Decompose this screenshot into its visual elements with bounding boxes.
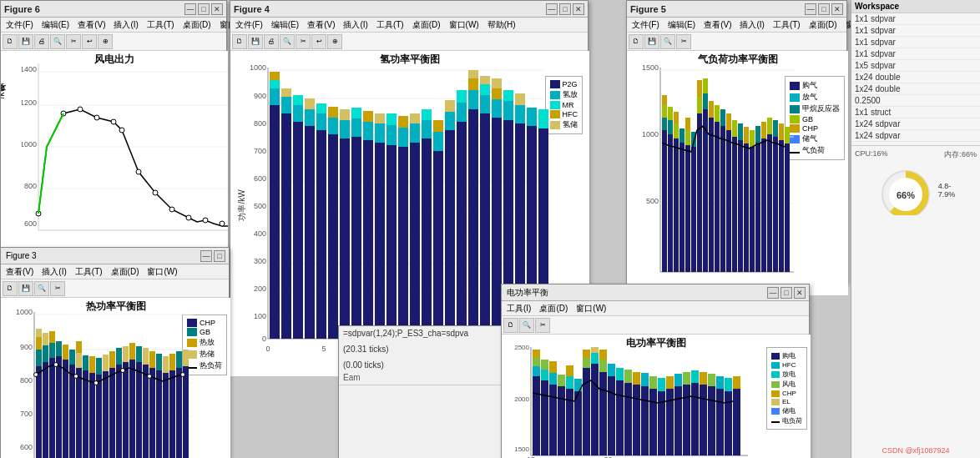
f4-tb6[interactable]: ↩ [311, 34, 326, 49]
f4-menu-tools[interactable]: 工具(T) [373, 18, 407, 32]
menu-view[interactable]: 查看(V) [74, 18, 109, 32]
elec-window[interactable]: 窗口(W) [573, 302, 609, 315]
figure4-controls[interactable]: — □ ✕ [546, 3, 584, 15]
f5-menu-insert[interactable]: 插入(I) [736, 18, 767, 32]
svg-rect-214 [69, 350, 75, 365]
elec-tb3[interactable]: ✂ [535, 318, 550, 333]
elec-close[interactable]: ✕ [794, 287, 806, 299]
f4-tb2[interactable]: 💾 [248, 34, 263, 49]
f5-minimize[interactable]: — [805, 3, 816, 15]
svg-rect-275 [566, 376, 573, 389]
f4-menu-file[interactable]: 文件(F) [232, 18, 266, 32]
f3-maximize[interactable]: □ [214, 250, 225, 262]
svg-point-254 [121, 369, 125, 373]
f4-tb3[interactable]: 🖨 [264, 34, 279, 49]
svg-rect-82 [375, 143, 385, 339]
f3-tb3[interactable]: 🔍 [34, 281, 49, 296]
figure3-titlebar[interactable]: Figure 3 — □ [1, 248, 229, 264]
f4-menu-help[interactable]: 帮助(H) [484, 18, 519, 32]
f4-tb5[interactable]: ✂ [296, 34, 311, 49]
electric-titlebar[interactable]: 电功率平衡 — □ ✕ [502, 284, 809, 301]
figure5-controls[interactable]: — □ ✕ [805, 3, 843, 15]
svg-rect-145 [674, 112, 679, 123]
f3-window[interactable]: 窗口(W) [144, 265, 180, 279]
figure5-titlebar[interactable]: Figure 5 — □ ✕ [627, 1, 846, 18]
f4-menu-view[interactable]: 查看(V) [304, 18, 338, 32]
svg-rect-271 [549, 361, 557, 373]
f4-close[interactable]: ✕ [573, 3, 584, 15]
f4-menu-edit[interactable]: 编辑(E) [268, 18, 302, 32]
figure6-titlebar[interactable]: Figure 6 — □ ✕ [1, 1, 226, 18]
f3-controls[interactable]: — □ [200, 250, 225, 262]
f5-menu-view[interactable]: 查看(V) [700, 18, 735, 32]
f5-maximize[interactable]: □ [818, 3, 830, 15]
f4-tb4[interactable]: 🔍 [280, 34, 295, 49]
menu-desktop[interactable]: 桌面(D) [179, 18, 215, 32]
minimize-btn[interactable]: — [184, 3, 196, 15]
electric-controls[interactable]: — □ ✕ [767, 287, 806, 299]
menu-edit[interactable]: 编辑(E) [38, 18, 73, 32]
f5-tb1[interactable]: 🗋 [629, 34, 644, 49]
svg-point-253 [94, 381, 99, 385]
elec-desktop[interactable]: 桌面(D) [536, 302, 571, 315]
f3-tb2[interactable]: 💾 [18, 281, 33, 296]
menu-insert[interactable]: 插入(I) [110, 18, 141, 32]
toolbar-icon4[interactable]: 🔍 [50, 34, 65, 49]
svg-rect-176 [755, 126, 760, 143]
f5-tb4[interactable]: ✂ [676, 34, 691, 49]
toolbar-icon6[interactable]: ↩ [82, 34, 97, 49]
close-btn[interactable]: ✕ [211, 3, 223, 15]
svg-rect-88 [398, 147, 408, 339]
svg-rect-111 [480, 95, 490, 113]
f5-menu-tools[interactable]: 工具(T) [770, 18, 804, 32]
figure6-controls[interactable]: — □ ✕ [184, 3, 223, 15]
svg-rect-245 [169, 354, 175, 370]
f3-tb1[interactable]: 🗋 [3, 281, 18, 296]
f5-menu-edit[interactable]: 编辑(E) [664, 18, 699, 32]
f3-desktop[interactable]: 桌面(D) [108, 265, 143, 279]
figure4-titlebar[interactable]: Figure 4 — □ ✕ [230, 1, 588, 18]
elec-tools[interactable]: 工具(I) [503, 302, 534, 315]
toolbar-icon1[interactable]: 🗋 [3, 34, 18, 49]
figure6-chart: 风电出力 功率/kW 1400 1200 1000 800 600 [1, 51, 228, 253]
f4-tb1[interactable]: 🗋 [232, 34, 247, 49]
svg-point-17 [136, 169, 141, 174]
f3-tools[interactable]: 工具(T) [72, 265, 106, 279]
f5-menu-file[interactable]: 文件(F) [629, 18, 663, 32]
toolbar-icon2[interactable]: 💾 [18, 34, 33, 49]
f3-minimize[interactable]: — [200, 250, 212, 262]
menu-tools[interactable]: 工具(T) [144, 18, 178, 32]
svg-rect-93 [410, 113, 420, 123]
toolbar-icon3[interactable]: 🖨 [34, 34, 49, 49]
svg-text:2000: 2000 [514, 395, 529, 403]
f4-menu-window[interactable]: 窗口(W) [446, 18, 482, 32]
elec-maximize[interactable]: □ [780, 287, 792, 299]
toolbar-icon5[interactable]: ✂ [66, 34, 81, 49]
menu-file[interactable]: 文件(F) [3, 18, 37, 32]
f4-minimize[interactable]: — [546, 3, 558, 15]
f5-tb2[interactable]: 💾 [644, 34, 659, 49]
f3-insert[interactable]: 插入(I) [38, 265, 69, 279]
f4-maximize[interactable]: □ [559, 3, 571, 15]
elec-tb1[interactable]: 🗋 [503, 318, 518, 333]
f5-close[interactable]: ✕ [831, 3, 843, 15]
f5-menu-desktop[interactable]: 桌面(D) [806, 18, 841, 32]
legend-elec-load: 电负荷 [771, 416, 802, 425]
svg-rect-77 [351, 118, 361, 137]
maximize-btn[interactable]: □ [198, 3, 210, 15]
elec-tb2[interactable]: 🔍 [519, 318, 534, 333]
f4-tb7[interactable]: ⊕ [327, 34, 342, 49]
elec-minimize[interactable]: — [767, 287, 779, 299]
svg-text:500: 500 [254, 202, 266, 210]
svg-rect-219 [83, 355, 88, 370]
f5-tb3[interactable]: 🔍 [660, 34, 675, 49]
svg-text:600: 600 [24, 219, 37, 228]
svg-rect-144 [674, 123, 679, 138]
f3-tb4[interactable]: ✂ [50, 281, 65, 296]
svg-rect-181 [773, 137, 778, 272]
f3-view[interactable]: 查看(V) [3, 265, 37, 279]
svg-rect-289 [608, 364, 615, 376]
f4-menu-insert[interactable]: 插入(I) [340, 18, 371, 32]
toolbar-icon7[interactable]: ⊕ [98, 34, 113, 49]
f4-menu-desktop[interactable]: 桌面(D) [409, 18, 444, 32]
